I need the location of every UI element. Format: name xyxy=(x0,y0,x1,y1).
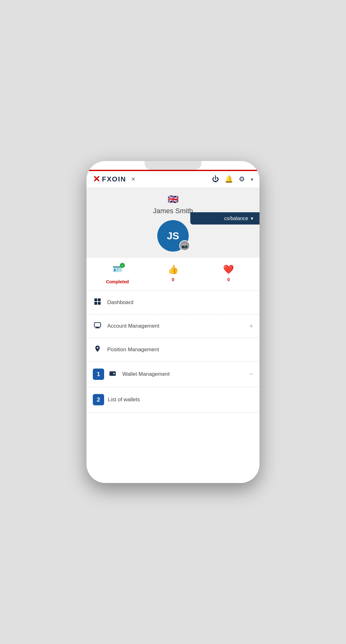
account-management-label: Account Management xyxy=(107,323,249,329)
svg-point-7 xyxy=(97,347,98,349)
menu-item-account-management[interactable]: Account Management + xyxy=(87,314,260,338)
list-of-wallets-badge: 2 xyxy=(93,394,104,405)
list-of-wallets-badge-number: 2 xyxy=(97,397,100,403)
account-management-icon xyxy=(93,321,102,331)
account-management-expand-icon[interactable]: + xyxy=(249,322,253,330)
wallet-icon xyxy=(108,369,117,379)
balance-chevron-icon: ▾ xyxy=(251,215,253,221)
list-of-wallets-label: List of wallets xyxy=(108,397,253,403)
svg-rect-6 xyxy=(95,328,100,328)
position-management-label: Position Management xyxy=(107,347,253,353)
app-header: ✕ FXOIN × ⏻ 🔔 ⚙ ▾ xyxy=(87,171,260,188)
svg-rect-0 xyxy=(94,298,97,301)
logo-text: FXOIN xyxy=(102,175,126,183)
logo-x-icon: ✕ xyxy=(93,175,100,184)
wallet-management-label: Wallet Management xyxy=(122,371,249,377)
avatar: JS 📷 xyxy=(157,220,189,252)
menu-item-dashboard[interactable]: Dashboard xyxy=(87,291,260,314)
likes-value: 0 xyxy=(145,277,201,282)
stat-likes[interactable]: 👍 0 xyxy=(145,264,201,284)
thumbs-up-icon: 👍 xyxy=(145,264,201,275)
svg-rect-3 xyxy=(98,302,101,305)
wallet-management-collapse-icon[interactable]: − xyxy=(249,370,253,378)
dashboard-icon xyxy=(93,298,102,307)
menu-list: Dashboard Account Management + xyxy=(87,291,260,413)
position-management-icon xyxy=(93,345,102,354)
wallet-management-badge-number: 1 xyxy=(97,371,100,378)
svg-rect-4 xyxy=(94,323,101,327)
chevron-down-icon[interactable]: ▾ xyxy=(251,176,253,182)
flag-icon: 🇬🇧 xyxy=(93,194,253,204)
wallet-management-badge: 1 xyxy=(93,369,104,380)
stat-hearts[interactable]: ❤️ 0 xyxy=(201,264,256,284)
heart-icon: ❤️ xyxy=(201,264,256,275)
phone-notch xyxy=(145,161,201,170)
svg-rect-1 xyxy=(98,298,101,301)
camera-icon: 📷 xyxy=(181,243,188,249)
balance-label: cs/balance xyxy=(224,216,248,221)
bell-icon[interactable]: 🔔 xyxy=(225,175,233,183)
stats-row: 🪪 ✓ Completed 👍 0 ❤️ 0 xyxy=(87,258,260,291)
completed-label: Completed xyxy=(90,279,145,284)
header-right: ⏻ 🔔 ⚙ ▾ xyxy=(212,175,253,183)
check-badge: ✓ xyxy=(120,263,125,268)
menu-item-wallet-management[interactable]: 1 Wallet Management − xyxy=(87,362,260,387)
hearts-value: 0 xyxy=(201,277,256,282)
avatar-initials: JS xyxy=(167,230,179,242)
logo[interactable]: ✕ FXOIN xyxy=(93,175,126,184)
balance-bar[interactable]: cs/balance ▾ xyxy=(190,212,260,225)
change-avatar-button[interactable]: 📷 xyxy=(179,240,190,251)
stat-completed[interactable]: 🪪 ✓ Completed xyxy=(90,264,145,284)
power-icon[interactable]: ⏻ xyxy=(212,175,219,183)
svg-rect-2 xyxy=(94,302,97,305)
header-left: ✕ FXOIN × xyxy=(93,175,135,184)
gear-icon[interactable]: ⚙ xyxy=(239,175,245,183)
close-button[interactable]: × xyxy=(131,175,135,183)
id-card-icon: 🪪 ✓ xyxy=(112,264,122,274)
menu-item-list-of-wallets[interactable]: 2 List of wallets xyxy=(87,387,260,413)
svg-rect-10 xyxy=(109,372,116,373)
dashboard-label: Dashboard xyxy=(107,299,253,306)
menu-item-position-management[interactable]: Position Management xyxy=(87,338,260,362)
